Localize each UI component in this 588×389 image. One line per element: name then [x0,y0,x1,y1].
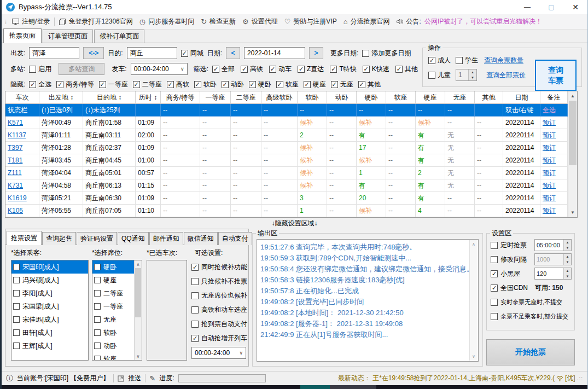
table-row[interactable]: K1137菏泽01:11商丘南03:1102:00--------2--有--有… [5,129,568,142]
query-remaining-link[interactable]: 查询余票数量 [484,56,523,65]
seat-checkbox[interactable] [94,277,101,283]
interval-stepper[interactable]: 1000 ▲▼ [534,253,572,265]
train-link[interactable]: K571 [8,119,23,126]
header-cell[interactable]: 车次 [5,91,39,104]
hide-其他[interactable]: ✓其他 [358,80,381,89]
passenger-checkbox[interactable] [13,342,20,349]
option-checkbox[interactable] [191,306,199,313]
hide-checkbox[interactable]: ✓ [358,81,365,88]
header-cell[interactable]: 日期 [503,91,540,104]
passenger-checkbox[interactable] [13,277,20,283]
multi-enable-option[interactable]: 启用 [29,65,51,74]
same-city-checkbox[interactable]: ✓ [181,50,188,57]
filter-全部[interactable]: ✓全部 [212,65,235,74]
hide-一等座[interactable]: ✓一等座 [99,80,128,89]
minimize-button[interactable]: — [515,0,539,14]
hide-高软[interactable]: ✓高软 [167,80,189,89]
reserve-link[interactable]: 预订 [543,181,556,190]
filter-checkbox[interactable]: ✓ [212,66,219,73]
hide-二等座[interactable]: ✓二等座 [133,80,162,89]
seat-checkbox[interactable] [94,316,101,323]
depart-time-select[interactable]: 00:00-24:00∨ [131,63,188,75]
passenger-checkbox[interactable] [13,290,20,297]
scrollbar-thumb[interactable] [135,268,141,317]
filter-高铁[interactable]: ✓高铁 [241,65,263,74]
tab-自动支付[interactable]: 自动支付 [218,232,252,245]
hide-checkbox[interactable]: ✓ [249,81,256,88]
header-cell[interactable]: 动卧 [327,91,357,104]
filter-动车[interactable]: ✓动车 [269,65,292,74]
filter-其他[interactable]: ✓其他 [395,65,418,74]
train-link[interactable]: K731 [8,182,23,189]
header-cell[interactable]: 硬座 [416,91,445,104]
filter-checkbox[interactable]: ✓ [269,66,276,73]
train-link[interactable]: K1137 [8,131,26,139]
date-input[interactable]: 2022-01-14 [244,47,305,59]
query-tickets-button[interactable]: 查询 车票 [535,60,577,91]
blackroom-stepper[interactable]: 120 ▲▼ [534,268,572,280]
dest-input[interactable]: 商丘 [127,47,177,59]
toolbar-item-8[interactable]: 公告: [393,14,424,29]
cdn-checkbox[interactable]: ✓ [491,285,498,292]
header-cell[interactable]: 备注 [540,91,568,104]
hide-商务/特等[interactable]: ✓商务/特等 [56,80,94,89]
hide-checkbox[interactable]: ✓ [133,81,140,88]
seat-checkbox[interactable] [94,264,101,270]
passenger-item[interactable]: 宋佳迅[成人] [11,313,88,326]
tab-QQ通知[interactable]: QQ通知 [118,232,149,245]
hide-settings-separator[interactable]: ↓隐藏设置区域↓ [2,218,587,227]
adult-checkbox[interactable]: ✓ [428,57,435,64]
option-checkbox[interactable] [191,292,199,299]
hide-checkbox[interactable]: ✓ [276,81,283,88]
filter-T特快[interactable]: ✓T特快 [330,65,356,74]
scroll-down-icon[interactable]: ∨ [135,352,142,360]
seat-checkbox[interactable] [94,290,101,297]
seat-list-scrollbar[interactable]: ∧ ∨ [134,260,142,360]
depart-input[interactable]: 菏泽 [29,47,79,59]
reserve-link[interactable]: 预订 [543,118,556,127]
hide-checkbox[interactable]: ✓ [331,81,338,88]
header-cell[interactable]: 软卧 [298,91,327,104]
child-option[interactable]: 儿童 [428,71,451,80]
passenger-checkbox[interactable] [13,316,20,323]
resize-grip-icon[interactable]: .:: [577,375,583,381]
table-row[interactable]: K1619菏泽05:21商丘南06:3001:09--------3--20--… [5,192,568,205]
hide-动卧[interactable]: ✓动卧 [222,80,244,89]
swap-stations-button[interactable]: <-> [83,47,104,59]
add-dates-checkbox[interactable] [362,50,369,57]
option-checkbox[interactable]: ✓ [191,335,199,342]
reserve-link[interactable]: 预订 [543,169,556,178]
filter-Z直达[interactable]: ✓Z直达 [298,65,324,74]
passenger-checkbox[interactable] [13,303,20,310]
option-自动抢增开列车[interactable]: ✓自动抢增开列车 [191,331,248,345]
toolbar-item-3[interactable]: ◷同步服务器时间 [136,14,197,29]
scroll-down-icon[interactable]: ∨ [470,352,478,361]
train-link[interactable]: Z111 [8,169,22,177]
maximize-button[interactable]: ▢ [539,0,563,14]
table-row[interactable]: K731菏泽04:58商丘南06:1301:15--------候补--有--有… [5,179,568,192]
reserve-link[interactable]: 全选 [543,106,556,115]
filter-checkbox[interactable]: ✓ [241,66,248,73]
header-cell[interactable]: 商务/特等 [161,91,200,104]
toolbar-item-7[interactable]: ⌂分流抢票官网 [340,14,393,29]
train-link[interactable]: 状态栏 [8,106,27,115]
train-link[interactable]: K105 [8,207,23,214]
no-standing-checkbox[interactable] [491,299,498,306]
toolbar-item-6[interactable]: ♡赞助与注册VIP [281,14,340,29]
passenger-item[interactable]: 宋国印[成人] [11,260,88,274]
header-cell[interactable]: 软座 [386,91,416,104]
hide-checkbox[interactable]: ✓ [167,81,174,88]
header-cell[interactable]: 高级软卧 [261,91,298,104]
header-cell[interactable]: 出发地 ↕ [39,91,83,104]
interval-checkbox[interactable] [491,256,498,263]
timed-grab-stepper[interactable]: 05:00:00 ▲▼ [534,239,572,251]
hide-checkbox[interactable]: ✓ [222,81,229,88]
toolbar-item-2[interactable]: 免登录打开12306官网 [56,14,136,29]
stepper-down-icon[interactable]: ▼ [469,75,476,80]
table-row[interactable]: K571菏泽00:49商丘南01:5801:09--------候补--候补--… [5,117,568,129]
header-cell[interactable]: 无座 [445,91,475,104]
scrollbar-thumb[interactable] [569,101,577,165]
passenger-item[interactable]: 冯兴硕[成人] [11,274,88,287]
option-checkbox[interactable] [191,278,199,285]
hide-checkbox[interactable]: ✓ [29,81,36,88]
